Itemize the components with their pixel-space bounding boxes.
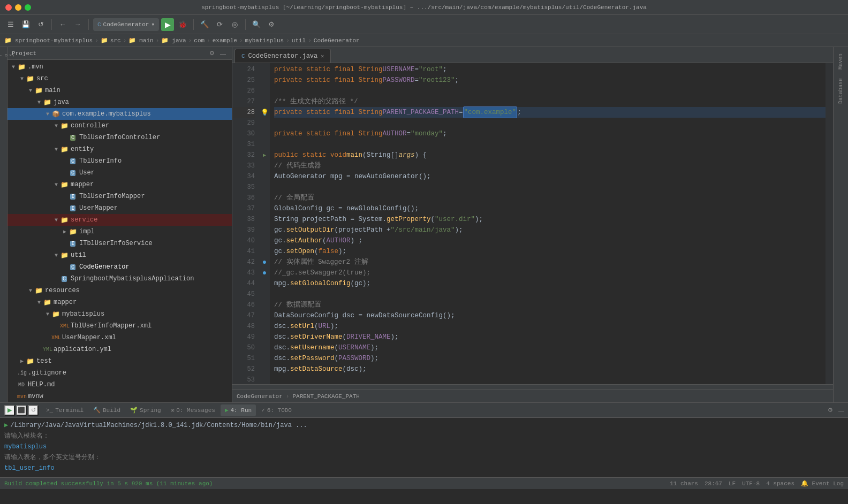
tree-item[interactable]: ITblUserInfoMapper [7,190,232,202]
breadcrumb-util[interactable]: util [292,37,306,44]
run-config-arrow: ▾ [151,21,155,28]
menu-button[interactable]: ☰ [4,18,17,31]
code-content[interactable]: private static final String USERNAME = "… [270,63,826,384]
horizontal-scroll[interactable] [232,384,833,390]
tree-item[interactable]: XMLUserMapper.xml [7,332,232,343]
coverage-button[interactable]: ◎ [228,18,241,31]
tree-item[interactable]: CSpringbootMybatisplusApplication [7,273,232,285]
back-button[interactable]: ← [56,18,69,31]
java-icon: 📁 [161,37,169,44]
project-strip-btn[interactable]: Proj [0,49,10,61]
breadcrumb-src[interactable]: src [110,37,121,44]
run-button[interactable]: ▶ [161,18,174,31]
code-token: dsc. [274,353,290,364]
line-number: 26 [232,86,255,96]
close-button[interactable] [5,4,12,11]
breadcrumb-mybatisplus[interactable]: mybatisplus [245,37,284,44]
code-token: DataSourceConfig dsc = new [274,310,378,321]
search-button[interactable]: 🔍 [250,18,263,31]
sync-button[interactable]: ↺ [34,18,47,31]
breadcrumb-main[interactable]: main [139,37,153,44]
bottom-tab-terminal[interactable]: >_Terminal [42,404,88,416]
indent[interactable]: 4 spaces [766,480,794,487]
encoding[interactable]: UTF-8 [742,480,760,487]
tree-item[interactable]: IUserMapper [7,202,232,214]
tree-item[interactable]: ▼📁main [7,85,232,96]
run-panel-settings[interactable]: ⚙ [826,406,835,414]
panel-close-btn[interactable]: — [218,49,228,57]
breadcrumb-example[interactable]: example [213,37,237,44]
breadcrumb-java[interactable]: java [172,37,186,44]
tree-item[interactable]: ▼📁mybatisplus [7,308,232,320]
build-button[interactable]: 🔨 [198,18,211,31]
line-number: 50 [232,342,255,353]
tree-node-icon: MD [17,381,26,388]
tree-item[interactable]: ▼📁mapper [7,296,232,308]
run-stop-btn[interactable]: ⬛ [16,405,27,416]
run-restart-btn[interactable]: ↺ [28,405,39,416]
tree-item[interactable]: ▼📁.mvn [7,61,232,73]
run-config-selector[interactable]: C CodeGenerator ▾ [93,18,159,31]
tree-item[interactable]: CCodeGenerator [7,261,232,273]
bc-codegenerator[interactable]: CodeGenerator [237,393,283,400]
tree-item[interactable]: ▼📁service [7,214,232,226]
breadcrumb-com[interactable]: com [194,37,205,44]
tree-item-label: main [45,87,60,94]
forward-button[interactable]: → [71,18,84,31]
database-strip[interactable]: Database [838,74,844,108]
bottom-tab-0--messages[interactable]: ✉0: Messages [166,404,219,416]
bottom-tab-6--todo[interactable]: ✓6: TODO [257,404,296,416]
tree-item[interactable]: ▼📁util [7,249,232,261]
minimize-button[interactable] [15,4,21,11]
breadcrumb-codegenerator[interactable]: CodeGenerator [314,37,360,44]
run-output-line: ▶/Library/Java/JavaVirtualMachines/jdk1.… [4,420,844,431]
code-token: AUTHOR [327,235,351,246]
bottom-tab-build[interactable]: 🔨Build [89,404,125,416]
tree-item[interactable]: ▼📦com.example.mybatisplus [7,108,232,120]
bc-parent-package[interactable]: PARENT_PACKAGE_PATH [292,393,359,400]
tree-item[interactable]: ▼📁controller [7,120,232,132]
tree-item[interactable]: YMLapplication.yml [7,343,232,355]
bottom-tab-label: 0: Messages [176,407,215,414]
tab-close-button[interactable]: ✕ [321,53,324,59]
tree-item[interactable]: .ig.gitignore [7,367,232,379]
tree-item[interactable]: mvnmvnw [7,391,232,402]
maven-strip[interactable]: Maven [838,49,844,74]
debug-button[interactable]: 🐞 [176,18,189,31]
run-play-btn[interactable]: ▶ [4,405,15,416]
tree-item[interactable]: CTblUserInfoController [7,132,232,143]
tree-item[interactable]: IITblUserInfoService [7,238,232,249]
tree-item[interactable]: XMLTblUserInfoMapper.xml [7,320,232,332]
tree-item[interactable]: ▼📁java [7,96,232,108]
run-output-text: tbl_user_info [4,463,55,474]
tree-item[interactable]: CUser [7,167,232,179]
tree-item[interactable]: ▼📁resources [7,285,232,296]
bottom-tab-spring[interactable]: 🌱Spring [126,404,165,416]
toolbar-separator-4 [245,19,246,30]
tree-item[interactable]: CTblUserInfo [7,155,232,167]
bottom-tab-4--run[interactable]: ▶4: Run [221,404,256,416]
settings-button[interactable]: ⚙ [265,18,278,31]
editor-tab-codegenerator[interactable]: C CodeGenerator.java ✕ [234,49,331,63]
panel-gear-btn[interactable]: ⚙ [208,49,216,57]
event-log[interactable]: 🔔 Event Log [801,480,844,487]
editor-area: C CodeGenerator.java ✕ 24252627282930313… [232,47,833,402]
char-count-status[interactable]: 11 chars [670,480,698,487]
tree-item[interactable]: ▶📁test [7,355,232,367]
tree-item[interactable]: ▼📁src [7,73,232,85]
left-strip: Proj [0,47,7,402]
save-all-button[interactable]: 💾 [19,18,32,31]
tree-item[interactable]: ▶📁impl [7,226,232,238]
tree-item[interactable]: ▼📁mapper [7,179,232,190]
breadcrumb-project[interactable]: springboot-mybatisplus [15,37,93,44]
cursor-position[interactable]: 28:67 [705,480,722,487]
reload-button[interactable]: ⟳ [213,18,226,31]
line-ending[interactable]: LF [729,480,736,487]
line-number: 45 [232,289,255,300]
code-token: gc. [274,246,286,257]
run-panel-minimize[interactable]: — [837,406,846,414]
tree-item[interactable]: ▼📁entity [7,143,232,155]
tree-item[interactable]: MDHELP.md [7,379,232,391]
maximize-button[interactable] [25,4,31,11]
tree-node-icon: mvn [17,393,26,400]
